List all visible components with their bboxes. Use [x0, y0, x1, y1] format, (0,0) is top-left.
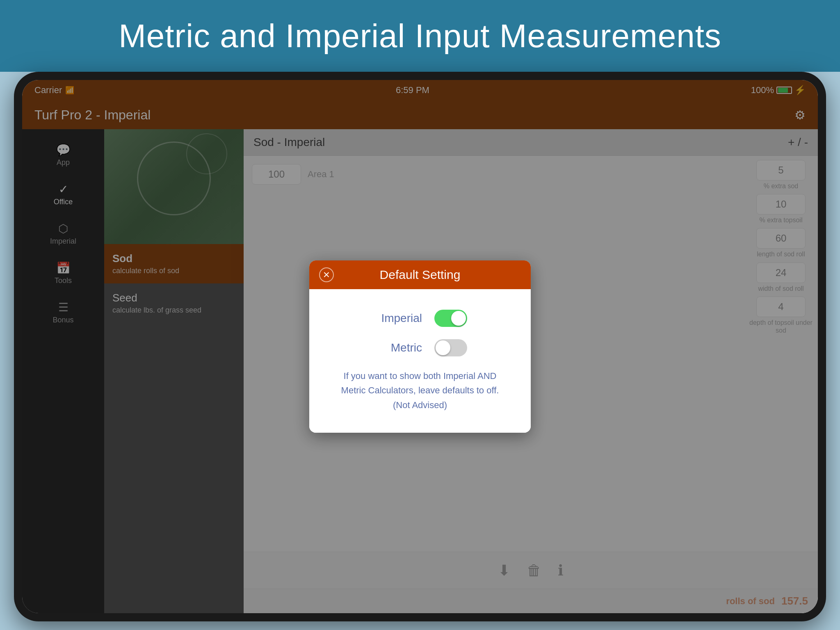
- modal-close-button[interactable]: ×: [319, 267, 334, 282]
- metric-toggle-knob: [436, 340, 450, 355]
- modal-info-text: If you want to show both Imperial AND Me…: [326, 369, 514, 412]
- metric-toggle-row: Metric: [326, 339, 514, 356]
- imperial-toggle-row: Imperial: [326, 310, 514, 327]
- modal-title: Default Setting: [342, 268, 498, 282]
- metric-label: Metric: [373, 341, 422, 354]
- modal-dialog: × Default Setting Imperial Metric: [309, 260, 531, 433]
- ipad-screen: Carrier 📶 6:59 PM 100% ⚡ Turf Pro 2 - Im…: [22, 80, 818, 613]
- ipad-frame: Carrier 📶 6:59 PM 100% ⚡ Turf Pro 2 - Im…: [14, 72, 826, 621]
- modal-overlay: × Default Setting Imperial Metric: [22, 80, 818, 613]
- banner-title: Metric and Imperial Input Measurements: [119, 17, 721, 55]
- modal-header: × Default Setting: [309, 260, 531, 289]
- top-banner: Metric and Imperial Input Measurements: [0, 0, 840, 72]
- imperial-label: Imperial: [373, 312, 422, 325]
- imperial-toggle[interactable]: [434, 310, 467, 327]
- imperial-toggle-knob: [451, 311, 466, 326]
- modal-body: Imperial Metric If you want to show both…: [309, 289, 531, 433]
- metric-toggle[interactable]: [434, 339, 467, 356]
